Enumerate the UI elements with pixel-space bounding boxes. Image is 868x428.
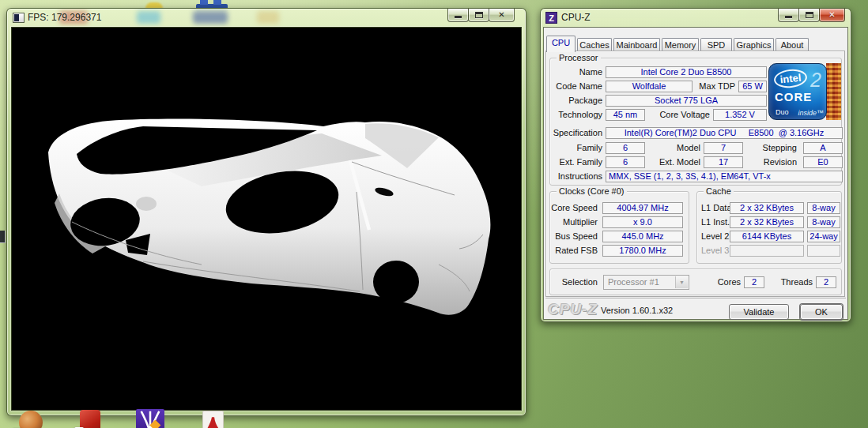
render-window-title: FPS: 179.296371 bbox=[28, 12, 101, 23]
cpuz-close-button[interactable]: ✕ bbox=[819, 9, 845, 22]
brick-stud bbox=[200, 0, 208, 5]
desktop: FPS: 179.296371 ✕ bbox=[0, 0, 868, 428]
car-mirror bbox=[136, 197, 157, 211]
name-value: Intel Core 2 Duo E8500 bbox=[606, 66, 767, 78]
processor-group-title: Processor bbox=[557, 53, 601, 62]
technology-label: Technology bbox=[550, 109, 602, 121]
processor-group: Processor Name Intel Core 2 Duo E8500 in… bbox=[549, 58, 842, 186]
render-window: FPS: 179.296371 ✕ bbox=[6, 8, 526, 416]
core-speed-label: Core Speed bbox=[550, 202, 598, 214]
pdf-reader-icon bbox=[203, 411, 223, 428]
desktop-shortcut-app[interactable]: ➚ bbox=[76, 410, 103, 428]
intel-logo-badge: intel 2 CORE Duo inside™ bbox=[768, 63, 827, 120]
maximize-icon bbox=[475, 12, 483, 18]
djview-fork-icon bbox=[136, 409, 164, 428]
intel-sup-2: 2 bbox=[810, 69, 821, 92]
l1-data-label: L1 Data bbox=[701, 202, 728, 214]
core-voltage-label: Core Voltage bbox=[648, 109, 710, 121]
intel-duo-text: Duo bbox=[776, 108, 789, 116]
cpuz-maximize-button[interactable] bbox=[798, 9, 820, 22]
minimize-button[interactable] bbox=[447, 9, 469, 22]
red-app-icon bbox=[80, 410, 100, 428]
family-value: 6 bbox=[606, 142, 645, 154]
specification-label: Specification bbox=[550, 127, 602, 139]
intel-inside-text: inside™ bbox=[798, 109, 824, 117]
threads-value: 2 bbox=[816, 276, 836, 288]
cpuz-minimize-button[interactable] bbox=[778, 9, 799, 22]
tab-graphics[interactable]: Graphics bbox=[734, 38, 774, 51]
processor-selection-dropdown[interactable]: Processor #1 ▼ bbox=[603, 275, 689, 290]
tab-spd[interactable]: SPD bbox=[700, 38, 732, 51]
car-front-wheel-arch bbox=[373, 261, 419, 303]
cpuz-footer: CPU-Z Version 1.60.1.x32 Validate OK bbox=[545, 298, 846, 320]
tab-caches[interactable]: Caches bbox=[577, 38, 612, 51]
clocks-group-title: Clocks (Core #0) bbox=[557, 186, 627, 196]
desktop-shortcut-browser[interactable]: ➚ bbox=[14, 411, 44, 428]
revision-label: Revision bbox=[748, 156, 797, 168]
tab-mainboard[interactable]: Mainboard bbox=[613, 38, 660, 51]
multiplier-label: Multiplier bbox=[550, 216, 598, 228]
stepping-label: Stepping bbox=[748, 142, 797, 154]
cpuz-titlebar[interactable]: Z CPU-Z ✕ bbox=[541, 9, 851, 27]
cpuz-client-area: CPU Caches Mainboard Memory SPD Graphics… bbox=[543, 27, 848, 320]
ext-family-label: Ext. Family bbox=[550, 156, 602, 168]
maximize-button[interactable] bbox=[468, 9, 489, 22]
processor-selection-value: Processor #1 bbox=[608, 277, 659, 287]
family-label: Family bbox=[550, 142, 602, 154]
l1-data-way: 8-way bbox=[807, 202, 840, 214]
l2-size: 6144 KBytes bbox=[730, 231, 804, 242]
max-tdp-label: Max TDP bbox=[696, 81, 735, 92]
close-icon: ✕ bbox=[820, 9, 844, 21]
desktop-icon-sliver-left[interactable] bbox=[0, 231, 6, 243]
intel-core2duo-logo: intel 2 CORE Duo inside™ bbox=[768, 63, 841, 120]
glass-blur-blob bbox=[137, 11, 160, 24]
clocks-group: Clocks (Core #0) Core Speed 4004.97 MHz … bbox=[549, 191, 689, 264]
glass-blur-blob bbox=[257, 11, 279, 24]
maximize-icon bbox=[806, 12, 813, 18]
selection-group: Selection Processor #1 ▼ Cores 2 Threads… bbox=[549, 268, 842, 295]
close-button[interactable]: ✕ bbox=[489, 9, 515, 22]
instructions-label: Instructions bbox=[550, 171, 602, 182]
render-viewport[interactable] bbox=[11, 27, 522, 411]
code-name-label: Code Name bbox=[550, 81, 602, 92]
minimize-icon bbox=[455, 16, 462, 18]
cores-label: Cores bbox=[712, 276, 741, 288]
tab-about[interactable]: About bbox=[776, 38, 809, 51]
validate-button[interactable]: Validate bbox=[729, 304, 789, 320]
version-text: Version 1.60.1.x32 bbox=[601, 306, 673, 315]
desktop-icon-pdf-reader[interactable] bbox=[202, 411, 224, 428]
brick-stud bbox=[213, 0, 221, 5]
render-app-icon bbox=[13, 13, 25, 23]
tab-cpu[interactable]: CPU bbox=[546, 36, 576, 52]
package-value: Socket 775 LGA bbox=[606, 95, 767, 107]
cpu-die-image bbox=[826, 63, 841, 120]
core-voltage-value: 1.352 V bbox=[713, 109, 767, 121]
desktop-icon-djview[interactable] bbox=[136, 409, 164, 428]
threads-label: Threads bbox=[778, 276, 813, 288]
tab-memory[interactable]: Memory bbox=[662, 38, 699, 51]
cores-value: 2 bbox=[744, 276, 764, 288]
l1-inst-label: L1 Inst. bbox=[701, 216, 728, 228]
intel-brand: intel bbox=[773, 68, 808, 89]
render-window-titlebar[interactable]: FPS: 179.296371 ✕ bbox=[7, 9, 526, 27]
max-tdp-value: 65 W bbox=[738, 81, 767, 92]
l1-inst-size: 2 x 32 KBytes bbox=[730, 216, 804, 228]
rated-fsb-label: Rated FSB bbox=[550, 245, 598, 257]
stepping-value: A bbox=[803, 142, 843, 154]
model-value: 7 bbox=[704, 142, 743, 154]
ok-button[interactable]: OK bbox=[800, 304, 843, 320]
ext-model-label: Ext. Model bbox=[658, 156, 700, 168]
selection-label: Selection bbox=[550, 276, 598, 288]
cpuz-footer-logo: CPU-Z bbox=[548, 301, 598, 318]
multiplier-value: x 9.0 bbox=[602, 216, 683, 228]
l3-size bbox=[730, 245, 804, 257]
ext-family-value: 6 bbox=[606, 156, 645, 168]
chevron-down-icon: ▼ bbox=[675, 276, 688, 288]
technology-value: 45 nm bbox=[606, 109, 645, 121]
rated-fsb-value: 1780.0 MHz bbox=[602, 245, 683, 257]
l2-way: 24-way bbox=[807, 231, 840, 242]
l1-data-size: 2 x 32 KBytes bbox=[730, 202, 804, 214]
name-label: Name bbox=[550, 66, 602, 78]
revision-value: E0 bbox=[803, 156, 843, 168]
car-model bbox=[12, 28, 522, 411]
